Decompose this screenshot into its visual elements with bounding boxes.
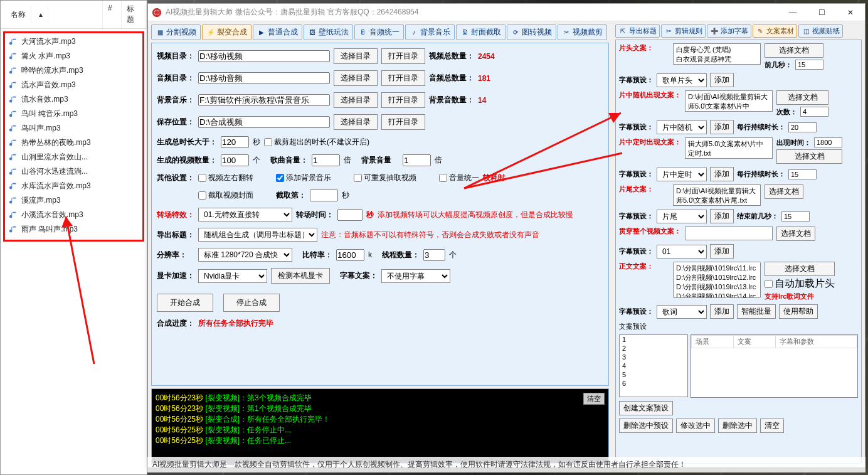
col-title[interactable]: 标题 — [122, 1, 147, 28]
del-sel-button[interactable]: 删除选中 — [718, 419, 757, 433]
tab-剪辑规则[interactable]: ✂剪辑规则 — [661, 24, 706, 38]
file-item[interactable]: 篝火 水声.mp3 — [5, 49, 142, 63]
help-button[interactable]: 使用帮助 — [779, 304, 818, 319]
start-button[interactable]: 开始合成 — [157, 294, 213, 312]
tab-分割视频[interactable]: ▦分割视频 — [151, 24, 201, 40]
file-item[interactable]: 流水声音效.mp3 — [5, 78, 142, 92]
through-textarea[interactable] — [685, 227, 773, 240]
preset-item[interactable]: 5 — [620, 370, 687, 379]
export-select[interactable]: 随机组合生成（调用导出标题） — [198, 228, 317, 242]
mid-fixed-textarea[interactable]: 辑大师5.0\文案素材\片中定时.txt — [685, 137, 773, 159]
tab-封面截取[interactable]: 🖻封面截取 — [456, 24, 505, 40]
tab-视频裁剪[interactable]: ✂视频裁剪 — [558, 24, 607, 40]
cover-checkbox[interactable]: 截取视频封面 — [198, 190, 253, 201]
bgm-dir-input[interactable] — [198, 94, 330, 106]
smart-batch-button[interactable]: 智能批量 — [737, 304, 776, 319]
audio-dir-open-button[interactable]: 打开目录 — [381, 70, 425, 86]
preset-item[interactable]: 2 — [620, 344, 687, 353]
log-console[interactable]: 清空 00时56分23秒 [裂变视频]：第3个视频合成完毕00时56分23秒 [… — [151, 388, 609, 464]
bgm-dir-open-button[interactable]: 打开目录 — [381, 92, 425, 108]
tab-裂变合成[interactable]: ⚡裂变合成 — [202, 24, 251, 40]
clear-button[interactable]: 清空 — [760, 419, 784, 433]
file-item[interactable]: 雨声 鸟叫声.mp3 — [5, 222, 142, 237]
file-item[interactable]: 鸟叫 纯音乐.mp3 — [5, 107, 142, 121]
tab-背景音乐[interactable]: ♪背景音乐 — [405, 24, 455, 40]
preset-item[interactable]: 6 — [620, 379, 687, 388]
main-listbox[interactable]: D:\分割视频\1019lrc\11.lrcD:\分割视频\1019lrc\12… — [673, 262, 761, 298]
video-dir-input[interactable] — [198, 50, 330, 62]
tab-导出标题[interactable]: ⇱导出标题 — [615, 24, 660, 38]
tab-壁纸玩法[interactable]: 🖼壁纸玩法 — [304, 24, 353, 40]
file-item[interactable]: 溪流声.mp3 — [5, 193, 142, 208]
preset6-select[interactable]: 歌词 — [657, 305, 707, 319]
tab-文案素材[interactable]: ✎文案素材 — [753, 24, 797, 38]
audio-dir-select-button[interactable]: 选择目录 — [334, 70, 378, 86]
file-item[interactable]: 流水音效.mp3 — [5, 92, 142, 107]
sub-select[interactable]: 不使用字幕 — [381, 269, 450, 283]
titlebar[interactable]: AI视频批量剪辑大师 微信公众号：唐易批量剪辑 官方客服QQ：264246895… — [148, 4, 865, 21]
bgm-dir-select-button[interactable]: 选择目录 — [334, 92, 378, 108]
file-item[interactable]: 哗哗的流水声.mp3 — [5, 63, 142, 78]
flip-checkbox[interactable]: 视频左右翻转 — [198, 173, 253, 183]
file-list-header[interactable]: 名称▴ # 标题 — [1, 1, 147, 29]
video-dir-select-button[interactable]: 选择目录 — [334, 48, 378, 64]
preset-listbox[interactable]: 123456 — [619, 334, 688, 397]
preset2-select[interactable]: 片中随机 — [657, 120, 707, 134]
vol-unify-checkbox[interactable]: 音量统一 — [439, 173, 479, 183]
tab-音频统一[interactable]: 🎚音频统一 — [354, 24, 404, 40]
tab-普通合成[interactable]: ▶普通合成 — [253, 24, 302, 40]
tail-choose-button[interactable]: 选择文档 — [765, 184, 803, 199]
file-item[interactable]: 水库流水声音效.mp3 — [5, 179, 142, 193]
file-item[interactable]: 山洞里流水音效山... — [5, 150, 142, 164]
col-name[interactable]: 名称▴ — [1, 1, 103, 28]
appear-input[interactable] — [814, 137, 842, 147]
threads-input[interactable] — [423, 249, 445, 261]
bitrate-input[interactable] — [336, 249, 364, 261]
save-dir-input[interactable] — [198, 116, 330, 128]
preset3-select[interactable]: 片中定时 — [657, 168, 707, 181]
gen-dur-input[interactable] — [221, 136, 249, 148]
preset5-add-button[interactable]: 添加 — [710, 244, 734, 259]
head-choose-button[interactable]: 选择文档 — [765, 43, 823, 58]
mod-sel-button[interactable]: 修改选中 — [676, 419, 715, 433]
transition-select[interactable]: 01.无特效直接转 — [198, 208, 292, 221]
each-dur2-input[interactable] — [788, 169, 817, 179]
trans-time-input[interactable] — [337, 209, 363, 221]
pre-sec-input[interactable] — [795, 60, 823, 70]
mid-rand-textarea[interactable]: D:\封面\AI视频批量剪辑大师5.0\文案素材\片中 — [685, 90, 773, 112]
create-preset-button[interactable]: 创建文案预设 — [619, 401, 673, 415]
detect-gpu-button[interactable]: 检测本机显卡 — [271, 268, 330, 284]
preset4-select[interactable]: 片尾 — [657, 210, 707, 223]
add-bgm-checkbox[interactable]: 添加背景音乐 — [276, 173, 331, 183]
file-item[interactable]: 山谷河水迅速流淌... — [5, 164, 142, 179]
close-button[interactable]: ✕ — [836, 4, 865, 21]
times-input[interactable] — [800, 107, 828, 117]
through-choose-button[interactable]: 选择文档 — [776, 227, 815, 241]
minimize-button[interactable]: — — [778, 4, 807, 21]
tab-添加字幕[interactable]: ➕添加字幕 — [707, 24, 751, 38]
mid-fixed-choose-button[interactable]: 选择文档 — [776, 149, 842, 164]
preset-item[interactable]: 3 — [620, 353, 687, 361]
gpu-select[interactable]: Nvidia显卡 — [198, 269, 267, 283]
preset1-add-button[interactable]: 添加 — [710, 73, 734, 87]
save-dir-select-button[interactable]: 选择目录 — [334, 114, 378, 130]
song-vol-input[interactable] — [312, 154, 340, 166]
console-clear-button[interactable]: 清空 — [583, 393, 605, 405]
preset5-select[interactable]: 01 — [657, 245, 707, 259]
gen-cnt-input[interactable] — [221, 154, 249, 166]
file-item[interactable]: 大河流水声.mp3 — [5, 35, 142, 49]
trim-over-checkbox[interactable]: 裁剪超出的时长(不建议开启) — [264, 137, 369, 147]
video-dir-open-button[interactable]: 打开目录 — [381, 48, 425, 64]
preset-item[interactable]: 1 — [620, 335, 687, 344]
res-select[interactable]: 标准 1280*720 合成快 — [198, 248, 292, 262]
col-index[interactable]: # — [103, 1, 122, 28]
tab-视频贴纸[interactable]: ◫视频贴纸 — [798, 24, 843, 38]
each-dur-input[interactable] — [788, 122, 817, 132]
preset1-select[interactable]: 歌单片头 — [657, 73, 707, 87]
file-item[interactable]: 小溪流水音效.mp3 — [5, 208, 142, 222]
preset6-add-button[interactable]: 添加 — [710, 304, 734, 319]
tail-textarea[interactable]: D:\封面\AI视频批量剪辑大师5.0\文案素材\片尾.txt — [673, 184, 761, 206]
preset2-add-button[interactable]: 添加 — [710, 120, 734, 134]
auto-load-checkbox[interactable]: 自动加载片头 — [765, 277, 835, 291]
main-choose-button[interactable]: 选择文档 — [765, 262, 835, 276]
